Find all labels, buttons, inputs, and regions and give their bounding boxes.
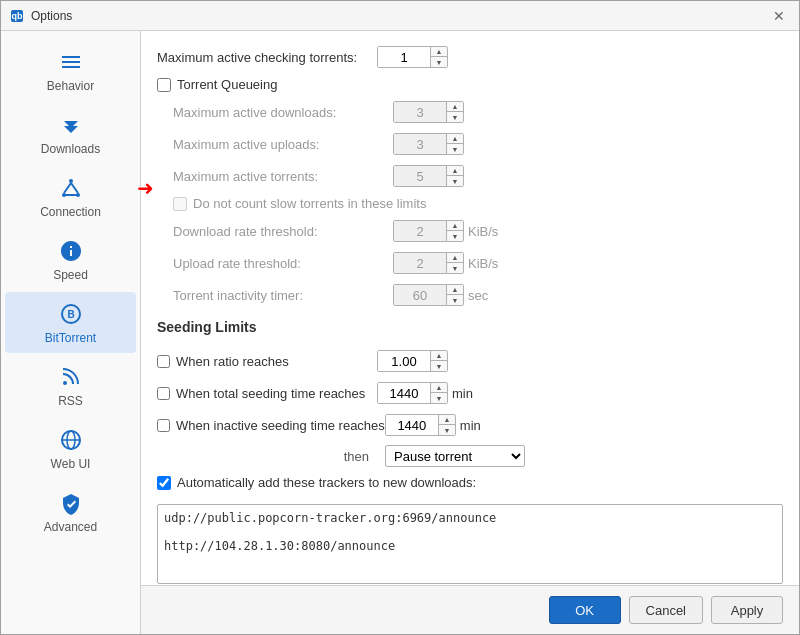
downloads-icon <box>57 111 85 139</box>
sidebar-item-behavior[interactable]: Behavior <box>5 40 136 101</box>
behavior-label: Behavior <box>47 79 94 93</box>
total-seeding-up[interactable]: ▲ <box>431 383 447 393</box>
max-torrents-spinbox[interactable]: ▲ ▼ <box>393 165 464 187</box>
sidebar-item-downloads[interactable]: Downloads <box>5 103 136 164</box>
dl-threshold-label: Download rate threshold: <box>173 224 393 239</box>
rss-label: RSS <box>58 394 83 408</box>
ratio-down[interactable]: ▼ <box>431 361 447 371</box>
dl-threshold-down[interactable]: ▼ <box>447 231 463 241</box>
max-torrents-spinbox-btns: ▲ ▼ <box>446 166 463 186</box>
sidebar-item-bittorrent[interactable]: B BitTorrent <box>5 292 136 353</box>
inactive-seeding-spinbox[interactable]: ▲ ▼ <box>385 414 456 436</box>
max-downloads-spinbox[interactable]: ▲ ▼ <box>393 101 464 123</box>
svg-text:qb: qb <box>12 11 23 21</box>
max-uploads-row: Maximum active uploads: ▲ ▼ <box>173 132 783 156</box>
dl-threshold-spinbox-btns: ▲ ▼ <box>446 221 463 241</box>
max-uploads-down[interactable]: ▼ <box>447 144 463 154</box>
total-seeding-value: ▲ ▼ min <box>377 382 473 404</box>
ul-threshold-spinbox[interactable]: ▲ ▼ <box>393 252 464 274</box>
inactivity-timer-row: Torrent inactivity timer: ▲ ▼ sec <box>173 283 783 307</box>
max-checking-spinbox-btns: ▲ ▼ <box>430 47 447 67</box>
ok-button[interactable]: OK <box>549 596 621 624</box>
inactive-seeding-checkbox[interactable] <box>157 419 170 432</box>
svg-line-6 <box>71 183 78 193</box>
queueing-settings: Maximum active downloads: ▲ ▼ Maximum ac… <box>173 100 783 307</box>
ratio-input[interactable] <box>378 351 430 371</box>
inactive-seeding-label: When inactive seeding time reaches <box>176 418 385 433</box>
max-torrents-input[interactable] <box>394 166 446 186</box>
ratio-row: When ratio reaches ▲ ▼ <box>157 349 783 373</box>
sidebar-item-webui[interactable]: Web UI <box>5 418 136 479</box>
inactivity-timer-spinbox[interactable]: ▲ ▼ <box>393 284 464 306</box>
ratio-label: When ratio reaches <box>176 354 289 369</box>
dl-threshold-up[interactable]: ▲ <box>447 221 463 231</box>
ratio-spinbox[interactable]: ▲ ▼ <box>377 350 448 372</box>
then-row: then Pause torrent Stop torrent Remove t… <box>157 445 783 467</box>
max-torrents-down[interactable]: ▼ <box>447 176 463 186</box>
inactive-seeding-up[interactable]: ▲ <box>439 415 455 425</box>
max-torrents-up[interactable]: ▲ <box>447 166 463 176</box>
max-downloads-down[interactable]: ▼ <box>447 112 463 122</box>
ul-threshold-value: ▲ ▼ KiB/s <box>393 252 498 274</box>
ul-threshold-unit: KiB/s <box>468 256 498 271</box>
max-uploads-up[interactable]: ▲ <box>447 134 463 144</box>
inactivity-timer-input[interactable] <box>394 285 446 305</box>
dl-threshold-spinbox[interactable]: ▲ ▼ <box>393 220 464 242</box>
no-slow-label: Do not count slow torrents in these limi… <box>193 196 426 211</box>
dl-threshold-row: Download rate threshold: ▲ ▼ KiB/s <box>173 219 783 243</box>
webui-icon <box>57 426 85 454</box>
auto-trackers-label: Automatically add these trackers to new … <box>177 475 476 490</box>
max-uploads-input[interactable] <box>394 134 446 154</box>
close-button[interactable]: ✕ <box>767 4 791 28</box>
ul-threshold-row: Upload rate threshold: ▲ ▼ KiB/s <box>173 251 783 275</box>
sidebar-item-connection[interactable]: Connection ➜ <box>5 166 136 227</box>
total-seeding-down[interactable]: ▼ <box>431 393 447 403</box>
apply-button[interactable]: Apply <box>711 596 783 624</box>
advanced-icon <box>57 489 85 517</box>
inactive-seeding-unit: min <box>460 418 481 433</box>
webui-label: Web UI <box>51 457 91 471</box>
ul-threshold-input[interactable] <box>394 253 446 273</box>
ul-threshold-spinbox-btns: ▲ ▼ <box>446 253 463 273</box>
ul-threshold-up[interactable]: ▲ <box>447 253 463 263</box>
max-checking-up[interactable]: ▲ <box>431 47 447 57</box>
inactivity-timer-label: Torrent inactivity timer: <box>173 288 393 303</box>
sidebar-item-speed[interactable]: Speed <box>5 229 136 290</box>
total-seeding-spinbox[interactable]: ▲ ▼ <box>377 382 448 404</box>
max-checking-down[interactable]: ▼ <box>431 57 447 67</box>
max-uploads-spinbox-btns: ▲ ▼ <box>446 134 463 154</box>
inactivity-timer-down[interactable]: ▼ <box>447 295 463 305</box>
dl-threshold-input[interactable] <box>394 221 446 241</box>
sidebar-item-advanced[interactable]: Advanced <box>5 481 136 542</box>
ratio-up[interactable]: ▲ <box>431 351 447 361</box>
inactivity-timer-up[interactable]: ▲ <box>447 285 463 295</box>
no-slow-checkbox[interactable] <box>173 197 187 211</box>
max-uploads-spinbox[interactable]: ▲ ▼ <box>393 133 464 155</box>
tracker-urls-textarea[interactable] <box>157 504 783 584</box>
then-action-select[interactable]: Pause torrent Stop torrent Remove torren… <box>385 445 525 467</box>
cancel-button[interactable]: Cancel <box>629 596 703 624</box>
sidebar-item-rss[interactable]: RSS <box>5 355 136 416</box>
main-panel: Maximum active checking torrents: ▲ ▼ To… <box>141 31 799 634</box>
auto-trackers-checkbox[interactable] <box>157 476 171 490</box>
total-seeding-checkbox[interactable] <box>157 387 170 400</box>
connection-icon <box>57 174 85 202</box>
behavior-icon <box>57 48 85 76</box>
ratio-checkbox[interactable] <box>157 355 170 368</box>
inactive-seeding-value: ▲ ▼ min <box>385 414 481 436</box>
max-checking-spinbox[interactable]: ▲ ▼ <box>377 46 448 68</box>
speed-label: Speed <box>53 268 88 282</box>
main-content: Maximum active checking torrents: ▲ ▼ To… <box>141 31 799 585</box>
inactive-seeding-input[interactable] <box>386 415 438 435</box>
total-seeding-unit: min <box>452 386 473 401</box>
bittorrent-label: BitTorrent <box>45 331 96 345</box>
max-checking-input[interactable] <box>378 47 430 67</box>
bittorrent-icon: B <box>57 300 85 328</box>
max-downloads-up[interactable]: ▲ <box>447 102 463 112</box>
ul-threshold-down[interactable]: ▼ <box>447 263 463 273</box>
inactive-seeding-down[interactable]: ▼ <box>439 425 455 435</box>
no-slow-row: Do not count slow torrents in these limi… <box>173 196 783 211</box>
max-downloads-input[interactable] <box>394 102 446 122</box>
total-seeding-input[interactable] <box>378 383 430 403</box>
torrent-queueing-checkbox[interactable] <box>157 78 171 92</box>
